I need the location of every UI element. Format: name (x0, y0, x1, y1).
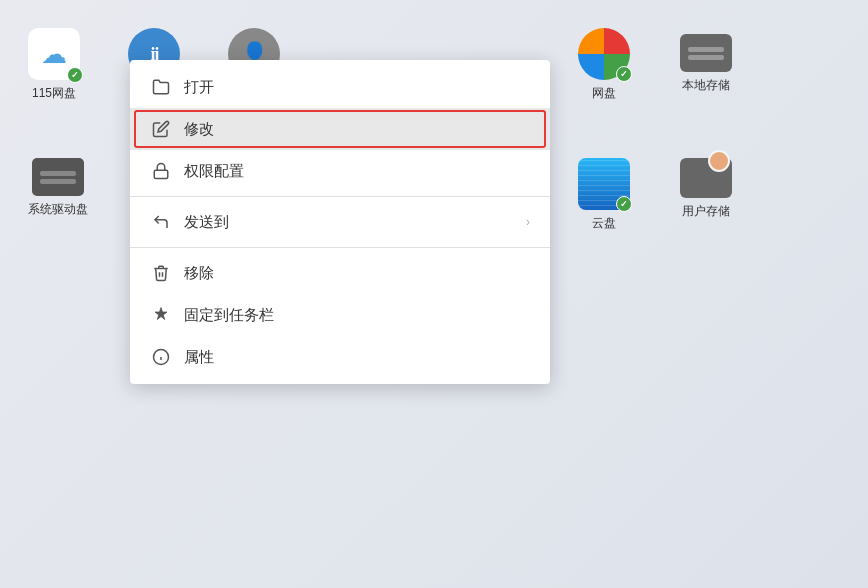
menu-permissions-label: 权限配置 (184, 162, 530, 181)
menu-item-properties[interactable]: 属性 (130, 336, 550, 378)
menu-item-remove[interactable]: 移除 (130, 252, 550, 294)
menu-divider-2 (130, 247, 550, 248)
permissions-icon (150, 160, 172, 182)
menu-open-label: 打开 (184, 78, 530, 97)
folder-open-icon (150, 76, 172, 98)
edit-icon (150, 118, 172, 140)
icon-user-storage-label: 用户存储 (682, 204, 730, 220)
icon-local-storage[interactable]: 本地存储 (680, 24, 732, 94)
icon-user-storage[interactable]: 用户存储 (680, 148, 732, 220)
menu-item-pin[interactable]: 固定到任务栏 (130, 294, 550, 336)
menu-item-modify[interactable]: 修改 (130, 108, 550, 150)
menu-pin-label: 固定到任务栏 (184, 306, 530, 325)
menu-sendto-label: 发送到 (184, 213, 514, 232)
trash-icon (150, 262, 172, 284)
icon-115-netdisk[interactable]: ☁ ✓ 115网盘 (28, 18, 80, 102)
pin-icon (150, 304, 172, 326)
chevron-right-icon: › (526, 215, 530, 229)
icon-yun-disk[interactable]: ✓ 云盘 (578, 148, 630, 232)
menu-remove-label: 移除 (184, 264, 530, 283)
menu-divider-1 (130, 196, 550, 197)
menu-item-sendto[interactable]: 发送到 › (130, 201, 550, 243)
context-menu: 打开 修改 权限配置 (130, 60, 550, 384)
svg-rect-0 (154, 170, 168, 178)
icon-sys-drive-label: 系统驱动盘 (28, 202, 88, 218)
desktop: ☁ ✓ 115网盘 ij 👤 ✓ 网盘 本地存储 (0, 0, 868, 588)
menu-item-permissions[interactable]: 权限配置 (130, 150, 550, 192)
icon-115-label: 115网盘 (32, 86, 76, 102)
menu-item-open[interactable]: 打开 (130, 66, 550, 108)
icon-local-storage-label: 本地存储 (682, 78, 730, 94)
send-icon (150, 211, 172, 233)
menu-properties-label: 属性 (184, 348, 530, 367)
icon-netdisk[interactable]: ✓ 网盘 (578, 18, 630, 102)
info-icon (150, 346, 172, 368)
icon-netdisk-label: 网盘 (592, 86, 616, 102)
icon-yun-disk-label: 云盘 (592, 216, 616, 232)
icon-sys-drive[interactable]: 系统驱动盘 (28, 148, 88, 218)
menu-modify-label: 修改 (184, 120, 530, 139)
